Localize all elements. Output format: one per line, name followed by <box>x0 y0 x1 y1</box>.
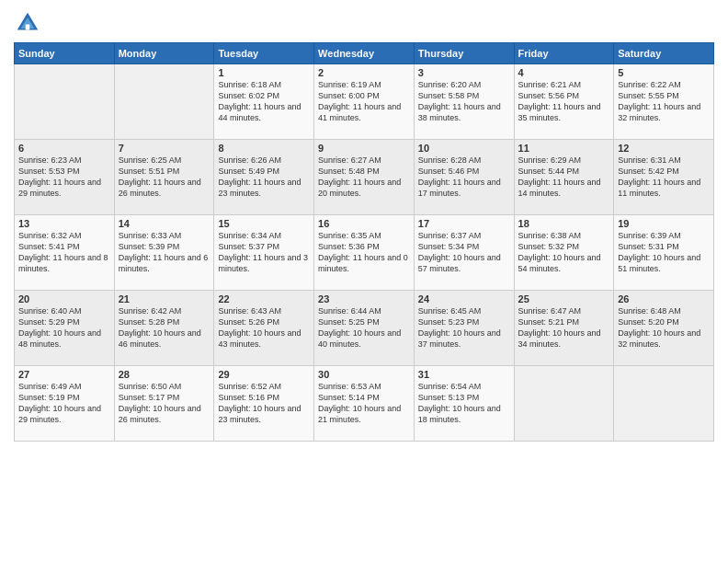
day-info: Sunrise: 6:44 AM Sunset: 5:25 PM Dayligh… <box>318 305 410 350</box>
day-number: 28 <box>119 369 210 380</box>
day-number: 1 <box>218 67 310 78</box>
day-number: 8 <box>218 143 310 154</box>
calendar-cell: 23Sunrise: 6:44 AM Sunset: 5:25 PM Dayli… <box>314 291 415 366</box>
calendar-cell: 17Sunrise: 6:37 AM Sunset: 5:34 PM Dayli… <box>414 215 514 291</box>
week-row-2: 6Sunrise: 6:23 AM Sunset: 5:53 PM Daylig… <box>15 140 714 215</box>
day-header-sunday: Sunday <box>15 43 115 64</box>
day-number: 12 <box>618 143 710 154</box>
day-number: 23 <box>318 293 410 304</box>
calendar-cell: 21Sunrise: 6:42 AM Sunset: 5:28 PM Dayli… <box>114 291 214 366</box>
day-info: Sunrise: 6:54 AM Sunset: 5:13 PM Dayligh… <box>418 381 510 426</box>
calendar-cell <box>15 64 115 140</box>
logo <box>14 9 45 37</box>
day-number: 2 <box>318 67 410 78</box>
calendar-cell: 31Sunrise: 6:54 AM Sunset: 5:13 PM Dayli… <box>414 366 514 442</box>
calendar-cell <box>514 366 614 442</box>
day-info: Sunrise: 6:49 AM Sunset: 5:19 PM Dayligh… <box>18 381 110 426</box>
day-number: 25 <box>518 293 610 304</box>
calendar-cell: 1Sunrise: 6:18 AM Sunset: 6:02 PM Daylig… <box>214 64 314 140</box>
day-header-saturday: Saturday <box>614 43 714 64</box>
calendar-cell: 30Sunrise: 6:53 AM Sunset: 5:14 PM Dayli… <box>314 366 415 442</box>
week-row-3: 13Sunrise: 6:32 AM Sunset: 5:41 PM Dayli… <box>15 215 714 291</box>
calendar-cell: 12Sunrise: 6:31 AM Sunset: 5:42 PM Dayli… <box>614 140 714 215</box>
day-number: 4 <box>518 67 610 78</box>
day-info: Sunrise: 6:20 AM Sunset: 5:58 PM Dayligh… <box>418 79 510 124</box>
day-info: Sunrise: 6:33 AM Sunset: 5:39 PM Dayligh… <box>119 230 210 275</box>
calendar-cell: 16Sunrise: 6:35 AM Sunset: 5:36 PM Dayli… <box>314 215 415 291</box>
day-number: 18 <box>518 218 610 229</box>
day-number: 19 <box>618 218 710 229</box>
calendar-cell: 25Sunrise: 6:47 AM Sunset: 5:21 PM Dayli… <box>514 291 614 366</box>
day-info: Sunrise: 6:52 AM Sunset: 5:16 PM Dayligh… <box>218 381 310 426</box>
day-number: 15 <box>218 218 310 229</box>
day-info: Sunrise: 6:42 AM Sunset: 5:28 PM Dayligh… <box>119 305 210 350</box>
calendar-cell: 19Sunrise: 6:39 AM Sunset: 5:31 PM Dayli… <box>614 215 714 291</box>
day-number: 22 <box>218 293 310 304</box>
day-number: 13 <box>18 218 110 229</box>
calendar-cell: 15Sunrise: 6:34 AM Sunset: 5:37 PM Dayli… <box>214 215 314 291</box>
day-number: 21 <box>119 293 210 304</box>
week-row-4: 20Sunrise: 6:40 AM Sunset: 5:29 PM Dayli… <box>15 291 714 366</box>
day-number: 3 <box>418 67 510 78</box>
day-info: Sunrise: 6:23 AM Sunset: 5:53 PM Dayligh… <box>18 155 110 200</box>
day-number: 16 <box>318 218 410 229</box>
day-number: 30 <box>318 369 410 380</box>
calendar-cell: 7Sunrise: 6:25 AM Sunset: 5:51 PM Daylig… <box>114 140 214 215</box>
calendar-cell: 13Sunrise: 6:32 AM Sunset: 5:41 PM Dayli… <box>15 215 115 291</box>
calendar-cell: 10Sunrise: 6:28 AM Sunset: 5:46 PM Dayli… <box>414 140 514 215</box>
day-number: 31 <box>418 369 510 380</box>
calendar-cell: 20Sunrise: 6:40 AM Sunset: 5:29 PM Dayli… <box>15 291 115 366</box>
calendar-cell: 6Sunrise: 6:23 AM Sunset: 5:53 PM Daylig… <box>15 140 115 215</box>
day-info: Sunrise: 6:29 AM Sunset: 5:44 PM Dayligh… <box>518 155 610 200</box>
calendar-cell: 29Sunrise: 6:52 AM Sunset: 5:16 PM Dayli… <box>214 366 314 442</box>
calendar-cell: 8Sunrise: 6:26 AM Sunset: 5:49 PM Daylig… <box>214 140 314 215</box>
day-info: Sunrise: 6:34 AM Sunset: 5:37 PM Dayligh… <box>218 230 310 275</box>
calendar-cell: 9Sunrise: 6:27 AM Sunset: 5:48 PM Daylig… <box>314 140 415 215</box>
day-info: Sunrise: 6:28 AM Sunset: 5:46 PM Dayligh… <box>418 155 510 200</box>
day-number: 29 <box>218 369 310 380</box>
day-info: Sunrise: 6:39 AM Sunset: 5:31 PM Dayligh… <box>618 230 710 275</box>
day-number: 26 <box>618 293 710 304</box>
day-info: Sunrise: 6:43 AM Sunset: 5:26 PM Dayligh… <box>218 305 310 350</box>
day-number: 17 <box>418 218 510 229</box>
day-number: 9 <box>318 143 410 154</box>
logo-icon <box>14 9 41 37</box>
day-info: Sunrise: 6:40 AM Sunset: 5:29 PM Dayligh… <box>18 305 110 350</box>
calendar-cell: 28Sunrise: 6:50 AM Sunset: 5:17 PM Dayli… <box>114 366 214 442</box>
day-number: 6 <box>18 143 110 154</box>
day-info: Sunrise: 6:47 AM Sunset: 5:21 PM Dayligh… <box>518 305 610 350</box>
week-row-1: 1Sunrise: 6:18 AM Sunset: 6:02 PM Daylig… <box>15 64 714 140</box>
day-info: Sunrise: 6:21 AM Sunset: 5:56 PM Dayligh… <box>518 79 610 124</box>
day-header-row: SundayMondayTuesdayWednesdayThursdayFrid… <box>15 43 714 64</box>
day-number: 14 <box>119 218 210 229</box>
calendar-cell: 5Sunrise: 6:22 AM Sunset: 5:55 PM Daylig… <box>614 64 714 140</box>
calendar-cell: 24Sunrise: 6:45 AM Sunset: 5:23 PM Dayli… <box>414 291 514 366</box>
day-number: 11 <box>518 143 610 154</box>
calendar-cell: 2Sunrise: 6:19 AM Sunset: 6:00 PM Daylig… <box>314 64 415 140</box>
calendar-cell: 18Sunrise: 6:38 AM Sunset: 5:32 PM Dayli… <box>514 215 614 291</box>
day-info: Sunrise: 6:22 AM Sunset: 5:55 PM Dayligh… <box>618 79 710 124</box>
day-number: 5 <box>618 67 710 78</box>
calendar-cell: 11Sunrise: 6:29 AM Sunset: 5:44 PM Dayli… <box>514 140 614 215</box>
day-header-monday: Monday <box>114 43 214 64</box>
day-info: Sunrise: 6:35 AM Sunset: 5:36 PM Dayligh… <box>318 230 410 275</box>
day-info: Sunrise: 6:18 AM Sunset: 6:02 PM Dayligh… <box>218 79 310 124</box>
day-info: Sunrise: 6:53 AM Sunset: 5:14 PM Dayligh… <box>318 381 410 426</box>
day-info: Sunrise: 6:48 AM Sunset: 5:20 PM Dayligh… <box>618 305 710 350</box>
day-header-tuesday: Tuesday <box>214 43 314 64</box>
day-header-wednesday: Wednesday <box>314 43 415 64</box>
day-header-friday: Friday <box>514 43 614 64</box>
calendar-cell: 27Sunrise: 6:49 AM Sunset: 5:19 PM Dayli… <box>15 366 115 442</box>
day-number: 10 <box>418 143 510 154</box>
day-info: Sunrise: 6:45 AM Sunset: 5:23 PM Dayligh… <box>418 305 510 350</box>
day-info: Sunrise: 6:38 AM Sunset: 5:32 PM Dayligh… <box>518 230 610 275</box>
day-number: 27 <box>18 369 110 380</box>
calendar-table: SundayMondayTuesdayWednesdayThursdayFrid… <box>14 42 714 442</box>
calendar-cell: 4Sunrise: 6:21 AM Sunset: 5:56 PM Daylig… <box>514 64 614 140</box>
calendar-cell: 22Sunrise: 6:43 AM Sunset: 5:26 PM Dayli… <box>214 291 314 366</box>
day-number: 7 <box>119 143 210 154</box>
week-row-5: 27Sunrise: 6:49 AM Sunset: 5:19 PM Dayli… <box>15 366 714 442</box>
calendar-cell <box>114 64 214 140</box>
calendar-cell: 14Sunrise: 6:33 AM Sunset: 5:39 PM Dayli… <box>114 215 214 291</box>
calendar-cell <box>614 366 714 442</box>
